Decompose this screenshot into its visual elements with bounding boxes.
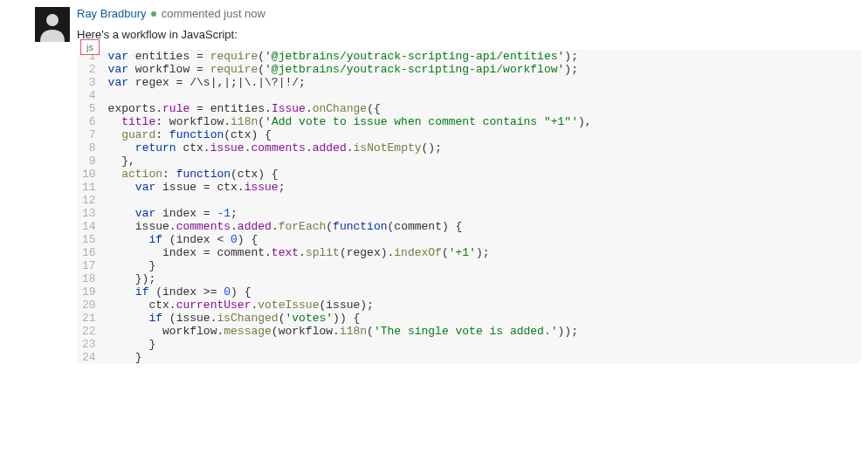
code-line: 16 index = comment.text.split(regex).ind… xyxy=(77,246,861,259)
line-number: 13 xyxy=(77,207,105,220)
code-line: 5exports.rule = entities.Issue.onChange(… xyxy=(77,102,861,115)
svg-point-1 xyxy=(46,14,59,26)
code-line: 23 } xyxy=(77,338,861,351)
code-line: 22 workflow.message(workflow.i18n('The s… xyxy=(77,325,861,338)
line-number: 14 xyxy=(77,220,105,233)
code-line: 10 action: function(ctx) { xyxy=(77,168,861,181)
language-badge[interactable]: js xyxy=(80,39,100,55)
comment-container: Ray Bradbury commented just now Here's a… xyxy=(0,0,868,364)
line-source: workflow.message(workflow.i18n('The sing… xyxy=(105,325,861,338)
line-source: ctx.currentUser.voteIssue(issue); xyxy=(105,299,861,312)
line-number: 20 xyxy=(77,299,105,312)
line-number: 24 xyxy=(77,351,105,364)
line-number: 4 xyxy=(77,89,105,102)
code-block[interactable]: 1var entities = require('@jetbrains/yout… xyxy=(77,50,861,364)
line-number: 10 xyxy=(77,168,105,181)
line-source: index = comment.text.split(regex).indexO… xyxy=(105,246,861,259)
line-number: 2 xyxy=(77,63,105,76)
line-number: 15 xyxy=(77,233,105,246)
line-number: 19 xyxy=(77,285,105,299)
line-number: 17 xyxy=(77,259,105,272)
line-number: 21 xyxy=(77,312,105,325)
line-number: 3 xyxy=(77,76,105,89)
code-line: 2var workflow = require('@jetbrains/yout… xyxy=(77,63,861,76)
line-number: 9 xyxy=(77,154,105,168)
code-line: 9 }, xyxy=(77,154,861,168)
line-number: 22 xyxy=(77,325,105,338)
line-source: }); xyxy=(105,272,861,285)
line-number: 16 xyxy=(77,246,105,259)
line-number: 11 xyxy=(77,181,105,194)
line-number: 6 xyxy=(77,115,105,128)
line-number: 23 xyxy=(77,338,105,351)
line-source: var entities = require('@jetbrains/youtr… xyxy=(105,50,861,63)
code-line: 1var entities = require('@jetbrains/yout… xyxy=(77,50,861,63)
line-source: if (index < 0) { xyxy=(105,233,861,246)
line-number: 5 xyxy=(77,102,105,115)
line-source: if (issue.isChanged('votes')) { xyxy=(105,312,861,325)
line-source: if (index >= 0) { xyxy=(105,285,861,299)
comment-header: Ray Bradbury commented just now xyxy=(77,5,868,23)
line-source: var index = -1; xyxy=(105,207,861,220)
line-number: 18 xyxy=(77,272,105,285)
line-source: var workflow = require('@jetbrains/youtr… xyxy=(105,63,861,76)
comment-body: Ray Bradbury commented just now Here's a… xyxy=(77,5,868,41)
line-number: 7 xyxy=(77,128,105,141)
line-source: title: workflow.i18n('Add vote to issue … xyxy=(105,115,861,128)
code-line: 19 if (index >= 0) { xyxy=(77,285,861,299)
code-snippet: js 1var entities = require('@jetbrains/y… xyxy=(77,50,861,364)
line-source: return ctx.issue.comments.added.isNotEmp… xyxy=(105,141,861,154)
code-line: 14 issue.comments.added.forEach(function… xyxy=(77,220,861,233)
comment-text: Here's a workflow in JavaScript: xyxy=(77,28,868,41)
code-line: 11 var issue = ctx.issue; xyxy=(77,181,861,194)
comment-timestamp: commented just now xyxy=(162,7,265,20)
code-line: 18 }); xyxy=(77,272,861,285)
code-table: 1var entities = require('@jetbrains/yout… xyxy=(77,50,861,364)
line-source: }, xyxy=(105,154,861,168)
code-line: 21 if (issue.isChanged('votes')) { xyxy=(77,312,861,325)
line-source: } xyxy=(105,259,861,272)
line-number: 12 xyxy=(77,194,105,207)
code-line: 7 guard: function(ctx) { xyxy=(77,128,861,141)
code-line: 15 if (index < 0) { xyxy=(77,233,861,246)
code-line: 13 var index = -1; xyxy=(77,207,861,220)
line-source: } xyxy=(105,351,861,364)
line-number: 8 xyxy=(77,141,105,154)
line-source: } xyxy=(105,338,861,351)
line-source: var issue = ctx.issue; xyxy=(105,181,861,194)
code-line: 4 xyxy=(77,89,861,102)
code-line: 6 title: workflow.i18n('Add vote to issu… xyxy=(77,115,861,128)
avatar[interactable] xyxy=(35,7,70,42)
line-source: guard: function(ctx) { xyxy=(105,128,861,141)
code-line: 17 } xyxy=(77,259,861,272)
line-source xyxy=(105,194,861,207)
code-line: 12 xyxy=(77,194,861,207)
line-source: issue.comments.added.forEach(function(co… xyxy=(105,220,861,233)
code-line: 24 } xyxy=(77,351,861,364)
line-source xyxy=(105,89,861,102)
code-line: 3var regex = /\s|,|;|\.|\?|!/; xyxy=(77,76,861,89)
code-line: 8 return ctx.issue.comments.added.isNotE… xyxy=(77,141,861,154)
line-source: var regex = /\s|,|;|\.|\?|!/; xyxy=(105,76,861,89)
author-link[interactable]: Ray Bradbury xyxy=(77,7,146,20)
line-source: exports.rule = entities.Issue.onChange({ xyxy=(105,102,861,115)
line-source: action: function(ctx) { xyxy=(105,168,861,181)
presence-dot-icon xyxy=(151,11,156,17)
code-line: 20 ctx.currentUser.voteIssue(issue); xyxy=(77,299,861,312)
